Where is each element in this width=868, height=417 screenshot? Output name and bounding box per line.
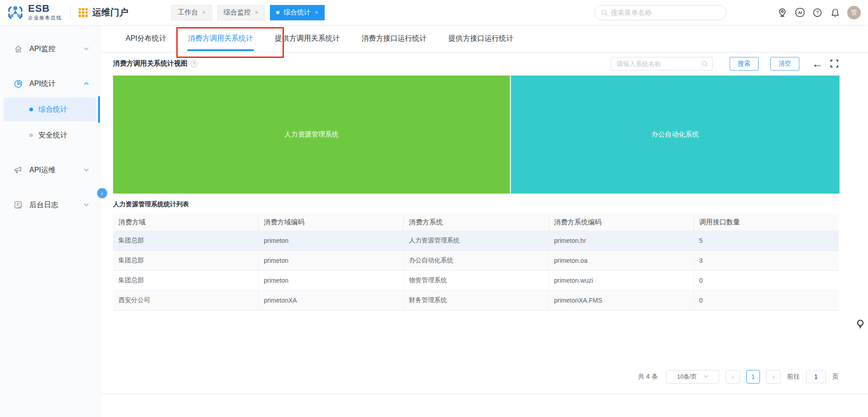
pie-chart-icon	[14, 79, 23, 88]
home-icon	[14, 44, 23, 53]
close-icon[interactable]: ×	[202, 9, 206, 16]
card-bottom-border	[100, 393, 868, 394]
search-icon	[701, 60, 708, 67]
main-content: API分布统计 消费方调用关系统计 提供方调用关系统计 消费方接口运行统计 提供…	[100, 25, 868, 417]
sidebar-item-security-statistics[interactable]: 安全统计	[4, 123, 96, 147]
portal-title: 运维门户	[79, 6, 128, 19]
sidebar-collapse-toggle[interactable]: ‹	[97, 188, 107, 198]
goto-page-input[interactable]	[806, 370, 826, 383]
fullscreen-icon[interactable]	[830, 59, 839, 68]
pagination-total: 共 4 条	[638, 373, 658, 381]
clear-button[interactable]: 清空	[770, 57, 799, 71]
user-avatar[interactable]: 管	[847, 6, 861, 19]
esb-logo: ESB 企业服务总线	[0, 4, 62, 22]
nav-tab-label: 综合统计	[283, 8, 311, 17]
location-icon[interactable]	[777, 7, 788, 18]
log-document-icon	[14, 200, 23, 209]
treemap-block-hr-system[interactable]: 人力资源管理系统	[113, 76, 510, 194]
lightbulb-icon[interactable]	[856, 319, 864, 330]
table-row[interactable]: 集团总部primeton 人力资源管理系统primeton.hr 5	[113, 231, 839, 251]
portal-name: 运维门户	[92, 6, 128, 19]
table-title: 人力资源管理系统统计列表	[113, 200, 839, 208]
nav-tab-label: 工作台	[178, 8, 198, 17]
col-consumer-domain: 消费方域	[113, 214, 258, 231]
menu-search-box[interactable]	[594, 5, 726, 20]
table-row[interactable]: 集团总部primeton 办公自动化系统primeton.oa 3	[113, 251, 839, 270]
page-unit-label: 页	[832, 373, 839, 381]
tab-api-distribution[interactable]: API分布统计	[117, 25, 175, 52]
chevron-up-icon	[84, 82, 89, 85]
table-header-row: 消费方域 消费方域编码 消费方系统 消费方系统编码 调用接口数量	[113, 214, 839, 231]
search-button[interactable]: 搜索	[730, 57, 759, 71]
header-divider	[70, 6, 71, 19]
treemap-label: 人力资源管理系统	[284, 130, 339, 139]
table-row[interactable]: 集团总部primeton 物资管理系统primeton.wuzi 0	[113, 270, 839, 290]
tab-provider-call-relation[interactable]: 提供方调用关系统计	[266, 25, 349, 52]
sidebar-item-comprehensive-statistics[interactable]: 综合统计	[4, 98, 96, 121]
statistics-table-zone: 人力资源管理系统统计列表 消费方域 消费方域编码 消费方系统 消费方系统编码 调…	[113, 200, 839, 311]
sidebar: API监控 API统计 综合统计 安全统计 API运维	[0, 25, 100, 417]
treemap-block-oa-system[interactable]: 办公自动化系统	[511, 76, 840, 194]
table-row[interactable]: 西安分公司primetonXA 财务管理系统primetonXA.FMS 0	[113, 290, 839, 310]
logo-subtitle: 企业服务总线	[28, 14, 62, 21]
sidebar-item-backend-logs[interactable]: 后台日志	[0, 194, 100, 216]
goto-label: 前往	[787, 373, 800, 381]
chevron-down-icon	[84, 168, 89, 172]
help-icon[interactable]: ?	[812, 7, 823, 18]
sidebar-item-label: API运维	[29, 166, 56, 175]
view-toolbar: 消费方调用关系统计视图 ? 搜索 清空 ←	[100, 52, 868, 75]
svg-text:AI: AI	[798, 10, 802, 15]
bell-icon[interactable]	[830, 7, 840, 18]
menu-search-input[interactable]	[611, 9, 720, 16]
search-icon	[601, 9, 608, 16]
chevron-down-icon	[84, 47, 89, 51]
tab-consumer-api-runtime[interactable]: 消费方接口运行统计	[353, 25, 436, 52]
treemap-label: 办公自动化系统	[651, 130, 699, 139]
workspace-tabs: 工作台 × 综合监控 × 综合统计 ×	[171, 5, 325, 20]
col-consumer-system: 消费方系统	[403, 214, 548, 231]
tab-consumer-call-relation[interactable]: 消费方调用关系统计	[179, 25, 262, 52]
nav-tab-statistics[interactable]: 综合统计 ×	[270, 5, 325, 20]
esb-logo-icon	[6, 4, 24, 22]
current-page-button[interactable]: 1	[746, 370, 760, 384]
prev-page-button[interactable]: ‹	[726, 370, 740, 384]
grid-icon	[79, 8, 88, 17]
bullet-dot-icon	[29, 133, 33, 137]
sidebar-item-label: API统计	[29, 79, 56, 89]
back-arrow-icon[interactable]: ←	[812, 58, 823, 69]
active-dot-icon	[276, 11, 279, 14]
close-icon[interactable]: ×	[255, 9, 259, 16]
col-api-count: 调用接口数量	[693, 214, 839, 231]
collapse-arrow-icon: ‹	[101, 190, 103, 197]
next-page-button[interactable]: ›	[766, 370, 781, 384]
sidebar-subitem-label: 安全统计	[38, 131, 67, 140]
col-consumer-system-code: 消费方系统编码	[548, 214, 693, 231]
chevron-down-icon	[84, 203, 89, 207]
sidebar-item-api-monitor[interactable]: API监控	[0, 38, 100, 60]
col-consumer-domain-code: 消费方域编码	[258, 214, 403, 231]
page-size-select[interactable]: 10条/页	[666, 370, 719, 384]
view-title: 消费方调用关系统计视图	[113, 59, 188, 68]
bullet-dot-icon	[29, 108, 33, 111]
nav-tab-monitor[interactable]: 综合监控 ×	[217, 5, 265, 20]
active-indicator-bar	[98, 96, 100, 123]
chevron-down-icon	[703, 375, 708, 378]
help-tooltip-icon[interactable]: ?	[190, 60, 198, 67]
close-icon[interactable]: ×	[315, 9, 318, 16]
avatar-text: 管	[851, 9, 857, 17]
tab-provider-api-runtime[interactable]: 提供方接口运行统计	[439, 25, 523, 52]
logo-title: ESB	[28, 4, 62, 14]
sidebar-item-api-operations[interactable]: API运维	[0, 159, 100, 181]
nav-tab-workbench[interactable]: 工作台 ×	[171, 5, 212, 20]
ai-icon[interactable]: AI	[794, 7, 805, 18]
sidebar-item-label: 后台日志	[29, 200, 58, 210]
system-name-input[interactable]	[611, 57, 712, 71]
pagination: 共 4 条 10条/页 ‹ 1 › 前往 页	[100, 370, 868, 384]
statistics-table: 消费方域 消费方域编码 消费方系统 消费方系统编码 调用接口数量 集团总部pri…	[113, 214, 839, 311]
sidebar-item-label: API监控	[29, 44, 56, 54]
sidebar-item-api-statistics[interactable]: API统计	[0, 72, 100, 95]
statistics-tab-bar: API分布统计 消费方调用关系统计 提供方调用关系统计 消费方接口运行统计 提供…	[100, 25, 868, 52]
svg-text:?: ?	[816, 10, 819, 15]
megaphone-icon	[14, 166, 23, 175]
page-size-value: 10条/页	[677, 373, 697, 381]
